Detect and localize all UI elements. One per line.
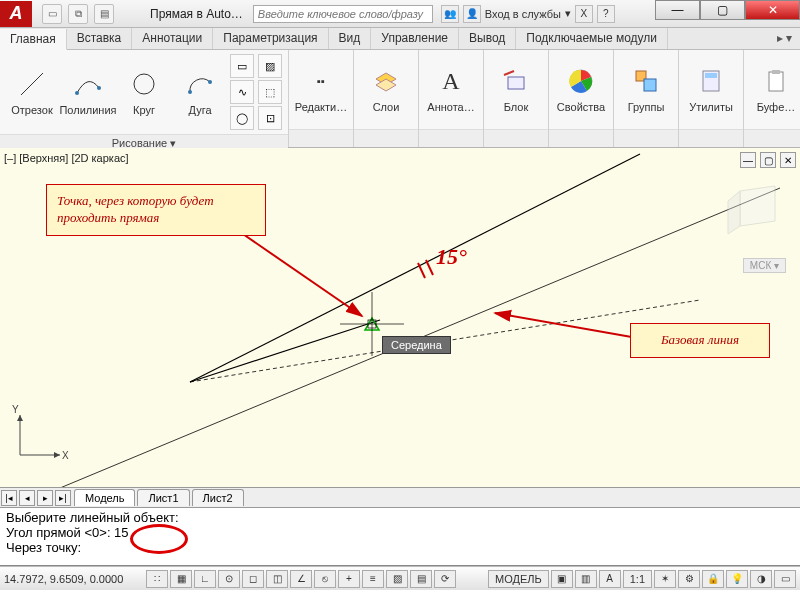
callout-baseline: Базовая линия [630,323,770,358]
arc-icon [184,68,216,100]
svg-rect-6 [508,77,524,89]
osnap3d-toggle-icon[interactable]: ◫ [266,570,288,588]
modify-icon: ▪▪ [305,65,337,97]
rect-icon[interactable]: ▭ [230,54,254,78]
search-slot [253,5,433,23]
block-icon [500,65,532,97]
qat-save-icon[interactable]: ▤ [94,4,114,24]
coord-system-label[interactable]: МСК ▾ [743,258,786,273]
ucs-icon: X Y [12,403,72,467]
svg-point-1 [75,91,79,95]
sign-in-link[interactable]: Вход в службы [485,8,561,20]
callout-point: Точка, через которую будет проходить пря… [46,184,266,236]
svg-point-2 [97,86,101,90]
clipboard-button[interactable]: Буфе… [750,63,800,115]
maximize-button[interactable]: ▢ [700,0,745,20]
view-cube[interactable] [720,176,790,256]
sheet1-tab[interactable]: Лист1 [137,489,189,506]
spline-icon[interactable]: ∿ [230,80,254,104]
modify-button[interactable]: ▪▪Редакти… [295,63,347,115]
snap-toggle-icon[interactable]: ∷ [146,570,168,588]
drawing-canvas[interactable]: [–] [Верхняя] [2D каркас] — ▢ ✕ 15° Точк… [0,148,800,488]
annoscale-icon[interactable]: A [599,570,621,588]
exchange-icon[interactable]: X [575,5,593,23]
hatch-icon[interactable]: ▨ [258,54,282,78]
qat-open-icon[interactable]: ⧉ [68,4,88,24]
polar-toggle-icon[interactable]: ⊙ [218,570,240,588]
qat-new-icon[interactable]: ▭ [42,4,62,24]
people-icon[interactable]: 👥 [441,5,459,23]
cmd-line: Выберите линейный объект: [6,510,794,525]
search-input[interactable] [253,5,433,23]
cycling-toggle-icon[interactable]: ⟳ [434,570,456,588]
groups-icon [630,65,662,97]
ribbon: Отрезок Полилиния Круг Дуга ▭ ∿ ◯ ▨ ⬚ ⊡ … [0,50,800,148]
lineweight-toggle-icon[interactable]: ≡ [362,570,384,588]
tab-next-icon[interactable]: ▸ [37,490,53,506]
ortho-toggle-icon[interactable]: ∟ [194,570,216,588]
line-icon [16,68,48,100]
tab-last-icon[interactable]: ▸| [55,490,71,506]
model-tab[interactable]: Модель [74,489,135,506]
sheet2-tab[interactable]: Лист2 [192,489,244,506]
transparency-toggle-icon[interactable]: ▨ [386,570,408,588]
grid-toggle-icon[interactable]: ▦ [170,570,192,588]
ducs-toggle-icon[interactable]: ⎋ [314,570,336,588]
tab-annotate[interactable]: Аннотации [132,28,213,49]
quickview-drawings-icon[interactable]: ▥ [575,570,597,588]
arc-button[interactable]: Дуга [174,66,226,118]
coordinates-readout[interactable]: 14.7972, 9.6509, 0.0000 [4,573,144,585]
tab-view[interactable]: Вид [329,28,372,49]
ribbon-overflow-icon[interactable]: ▸ ▾ [769,28,800,49]
tab-home[interactable]: Главная [0,29,67,50]
circle-button[interactable]: Круг [118,66,170,118]
svg-rect-11 [705,73,717,78]
qprops-toggle-icon[interactable]: ▤ [410,570,432,588]
svg-point-3 [134,74,154,94]
status-bar: 14.7972, 9.6509, 0.0000 ∷ ▦ ∟ ⊙ ◻ ◫ ∠ ⎋ … [0,566,800,590]
color-wheel-icon [565,65,597,97]
tab-manage[interactable]: Управление [371,28,459,49]
minimize-button[interactable]: — [655,0,700,20]
quickview-layouts-icon[interactable]: ▣ [551,570,573,588]
properties-button[interactable]: Свойства [555,63,607,115]
command-window[interactable]: Выберите линейный объект: Угол прямой <0… [0,508,800,566]
ribbon-tabstrip: Главная Вставка Аннотации Параметризация… [0,28,800,50]
workspace-icon[interactable]: ⚙ [678,570,700,588]
tab-insert[interactable]: Вставка [67,28,133,49]
ellipse-icon[interactable]: ◯ [230,106,254,130]
close-button[interactable]: ✕ [745,0,800,20]
region-icon[interactable]: ⬚ [258,80,282,104]
model-space-button[interactable]: МОДЕЛЬ [488,570,549,588]
help-icon[interactable]: ? [597,5,615,23]
tab-plugins[interactable]: Подключаемые модули [516,28,668,49]
svg-rect-9 [644,79,656,91]
otrack-toggle-icon[interactable]: ∠ [290,570,312,588]
user-icon[interactable]: 👤 [463,5,481,23]
hardware-accel-icon[interactable]: 💡 [726,570,748,588]
cmd-line: Через точку: [6,540,794,555]
dyn-toggle-icon[interactable]: + [338,570,360,588]
annotation-button[interactable]: AАннота… [425,63,477,115]
osnap-toggle-icon[interactable]: ◻ [242,570,264,588]
tab-first-icon[interactable]: |◂ [1,490,17,506]
lock-ui-icon[interactable]: 🔒 [702,570,724,588]
tab-prev-icon[interactable]: ◂ [19,490,35,506]
groups-button[interactable]: Группы [620,63,672,115]
point-icon[interactable]: ⊡ [258,106,282,130]
utilities-button[interactable]: Утилиты [685,63,737,115]
clean-screen-icon[interactable]: ▭ [774,570,796,588]
tab-output[interactable]: Вывод [459,28,516,49]
isolate-icon[interactable]: ◑ [750,570,772,588]
layout-tabs: |◂ ◂ ▸ ▸| Модель Лист1 Лист2 [0,488,800,508]
app-logo[interactable]: A [0,1,32,27]
annovis-icon[interactable]: ✶ [654,570,676,588]
line-button[interactable]: Отрезок [6,66,58,118]
anno-scale-value[interactable]: 1:1 [623,570,652,588]
svg-text:Y: Y [12,404,19,415]
layers-button[interactable]: Слои [360,63,412,115]
block-button[interactable]: Блок [490,63,542,115]
snap-tooltip: Середина [382,336,451,354]
tab-parametric[interactable]: Параметризация [213,28,328,49]
polyline-button[interactable]: Полилиния [62,66,114,118]
